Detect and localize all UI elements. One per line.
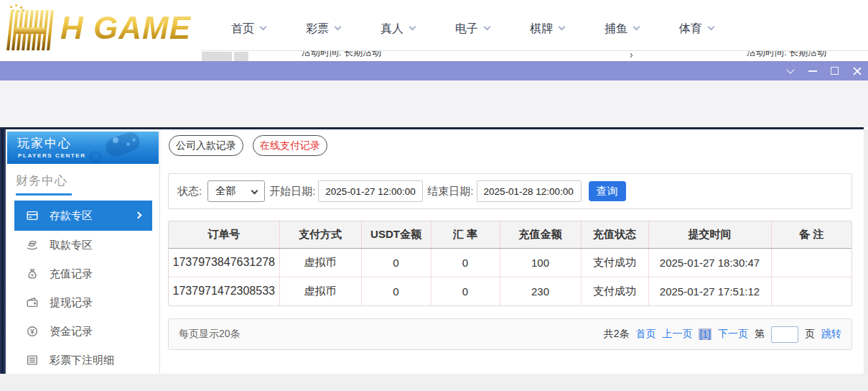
main-content: 公司入款记录 在线支付记录 状态: 全部 开始日期: 结束日期: 查询 — [161, 129, 864, 374]
start-date-input[interactable] — [318, 180, 423, 202]
col-recharge-status: 充值状态 — [581, 221, 648, 248]
page-jump-input[interactable] — [771, 326, 798, 343]
col-usdt-amount: USDT金额 — [361, 221, 431, 248]
table-header-row: 订单号 支付方式 USDT金额 汇 率 充值金额 充值状态 提交时间 备 注 — [169, 221, 851, 248]
end-date-label: 结束日期: — [427, 185, 473, 198]
col-payment-method: 支付方式 — [279, 221, 361, 248]
nav-item-sports[interactable]: 体育 — [679, 22, 714, 37]
chevron-down-icon — [409, 24, 416, 31]
chevron-down-icon — [559, 24, 566, 31]
deposit-card-icon — [26, 209, 39, 222]
status-label: 状态: — [177, 185, 202, 198]
nav-label: 捕鱼 — [605, 22, 627, 37]
background-arrow: › — [630, 50, 633, 60]
players-center-header: 玩家中心 PLAYERS CENTER — [7, 132, 159, 164]
gamepad-button-dot — [113, 137, 118, 143]
pagination-current-page: [1] — [699, 328, 711, 340]
scrollbar-track[interactable] — [864, 129, 868, 374]
nav-item-chess[interactable]: 棋牌 — [530, 22, 564, 37]
window-minimize-button[interactable] — [801, 61, 823, 80]
col-exchange-rate: 汇 率 — [431, 221, 500, 248]
cell-recharge-amount: 230 — [500, 277, 581, 305]
money-bag-icon — [26, 267, 39, 280]
sidebar: 玩家中心 PLAYERS CENTER 财务中心 存款专区 取款专区 — [6, 129, 160, 374]
cell-recharge-status: 支付成功 — [581, 277, 648, 305]
status-select[interactable]: 全部 — [207, 180, 265, 202]
sidebar-item-label: 存款专区 — [50, 209, 93, 223]
chevron-down-icon — [633, 24, 640, 31]
app-window: H GAME 首页 彩票 真人 电子 棋牌 捕鱼 体育 活动时间: 长期活动 ›… — [0, 0, 868, 391]
cell-remark — [771, 248, 851, 277]
nav-item-lottery[interactable]: 彩票 — [306, 22, 340, 37]
cell-exchange-rate: 0 — [431, 277, 500, 305]
cell-submit-time: 2025-01-27 17:51:12 — [648, 277, 771, 305]
window-titlebar — [0, 61, 868, 80]
window-maximize-button[interactable] — [823, 61, 846, 80]
nav-item-fishing[interactable]: 捕鱼 — [605, 22, 639, 37]
close-icon — [853, 67, 862, 75]
pagination-first[interactable]: 首页 — [635, 328, 655, 341]
nav-item-live[interactable]: 真人 — [381, 22, 415, 37]
sidebar-item-funds-records[interactable]: 资金记录 — [6, 317, 160, 346]
logo-sparkle-dots — [10, 6, 12, 8]
nav-label: 真人 — [381, 22, 403, 37]
pagination-controls: 共2条 首页 上一页 [1] 下一页 第 页 跳转 — [604, 326, 841, 343]
end-date-input[interactable] — [477, 180, 582, 202]
gamepad-button-dot — [126, 142, 130, 146]
panel-left-border — [0, 129, 6, 374]
jump-label-pre: 第 — [755, 328, 765, 341]
withdraw-hand-icon — [26, 239, 39, 252]
pagination-jump-button[interactable]: 跳转 — [821, 328, 841, 341]
maximize-icon — [831, 67, 839, 75]
sidebar-subtitle: PLAYERS CENTER — [18, 152, 159, 159]
status-select-value: 全部 — [215, 185, 235, 198]
logo-mark — [6, 10, 54, 50]
sidebar-item-label: 资金记录 — [50, 325, 93, 339]
nav-item-slots[interactable]: 电子 — [455, 22, 490, 37]
search-button[interactable]: 查询 — [589, 181, 626, 201]
sidebar-item-withdraw[interactable]: 取款专区 — [6, 231, 160, 259]
sidebar-item-label: 充值记录 — [50, 267, 93, 281]
nav-label: 首页 — [231, 22, 254, 37]
nav-label: 体育 — [679, 22, 702, 37]
sidebar-item-withdrawal-records[interactable]: 提现记录 — [6, 288, 160, 317]
cell-remark — [771, 277, 851, 305]
tab-company-deposit-records[interactable]: 公司入款记录 — [169, 135, 243, 156]
jump-label-post: 页 — [805, 328, 815, 341]
logo[interactable]: H GAME — [7, 6, 191, 50]
total-count-text: 共2条 — [604, 328, 630, 341]
background-block — [234, 52, 248, 61]
sidebar-item-recharge-records[interactable]: 充值记录 — [6, 259, 160, 288]
wallet-icon — [26, 296, 39, 309]
chevron-down-icon — [708, 24, 715, 31]
cell-usdt-amount: 0 — [361, 277, 431, 305]
chevron-down-icon — [251, 188, 258, 195]
cell-order-number: 1737971472308533 — [169, 277, 279, 305]
site-header: H GAME 首页 彩票 真人 电子 棋牌 捕鱼 体育 — [0, 0, 868, 50]
nav-item-home[interactable]: 首页 — [231, 22, 266, 37]
chevron-down-icon — [484, 24, 491, 31]
filter-bar: 状态: 全部 开始日期: 结束日期: 查询 — [168, 173, 852, 209]
background-page-strip: 活动时间: 长期活动 › 活动时间: 长期活动 — [201, 50, 868, 61]
pagination-prev[interactable]: 上一页 — [662, 328, 692, 341]
cell-exchange-rate: 0 — [431, 248, 500, 277]
pagination-next[interactable]: 下一页 — [718, 328, 748, 341]
col-recharge-amount: 充值金额 — [500, 221, 581, 248]
start-date-label: 开始日期: — [269, 185, 315, 198]
gamepad-button-dot — [132, 138, 136, 142]
sidebar-item-deposit[interactable]: 存款专区 — [14, 201, 152, 231]
chevron-down-icon — [786, 65, 794, 73]
logo-text: H GAME — [60, 6, 191, 50]
window-dropdown-button[interactable] — [779, 61, 801, 80]
decorative-ring — [90, 151, 101, 162]
window-close-button[interactable] — [846, 61, 868, 80]
sidebar-menu: 存款专区 取款专区 充值记录 提现记录 资金记录 — [6, 198, 160, 374]
col-order-number: 订单号 — [169, 221, 279, 248]
pagination-bar: 每页显示20条 共2条 首页 上一页 [1] 下一页 第 页 跳转 — [168, 318, 852, 350]
tab-online-payment-records[interactable]: 在线支付记录 — [253, 135, 327, 156]
table-row: 1737973847631278 虚拟币 0 0 100 支付成功 2025-0… — [169, 248, 851, 277]
background-text: 活动时间: 长期活动 — [302, 50, 381, 59]
sidebar-item-lottery-bet-details[interactable]: 彩票下注明细 — [6, 346, 160, 374]
cell-payment-method: 虚拟币 — [279, 277, 361, 305]
cell-recharge-status: 支付成功 — [581, 248, 648, 277]
